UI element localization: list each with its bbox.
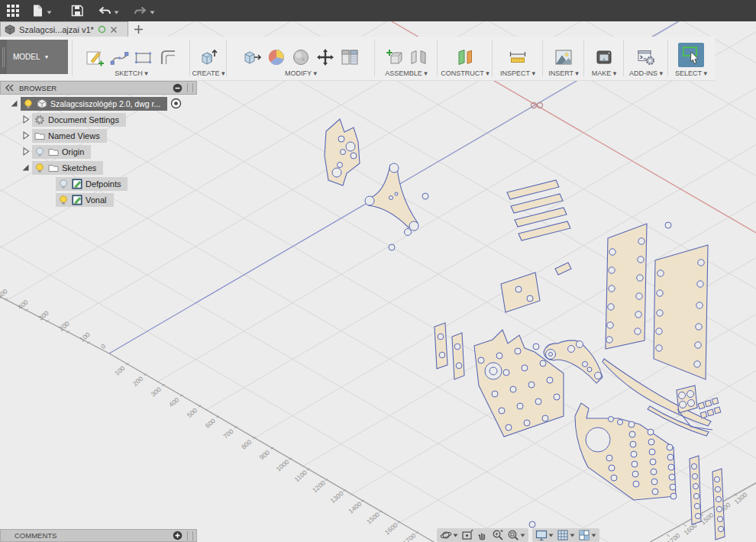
browser-item-label[interactable]: Defpoints [86,179,121,189]
collapse-panel-icon[interactable] [4,82,15,93]
workspace-selector[interactable]: MODEL ▼ [0,40,68,74]
toolbar-separator [667,40,668,76]
toolbar-group-label[interactable]: MAKE ▾ [585,69,623,77]
rectangle-icon[interactable] [134,47,153,67]
browser-item-label[interactable]: Szalagcsiszológép 2.0, dwg r... [50,99,160,108]
select-tool-icon[interactable] [678,43,704,67]
toolbar-group-label[interactable]: SELECT ▾ [669,69,713,77]
view-navigation-bar [437,528,599,542]
tree-expanded-icon[interactable] [9,98,19,108]
measure-icon[interactable] [508,47,528,67]
new-component-icon[interactable] [384,47,404,67]
zoom-icon[interactable] [492,529,504,541]
insert-image-icon[interactable] [554,47,573,67]
toolbar-group-label[interactable]: ASSEMBLE ▾ [376,69,437,77]
visibility-bulb-icon[interactable] [58,179,69,189]
toolbar-group-label[interactable]: CONSTRUCT ▾ [438,69,492,77]
create-sketch-icon[interactable] [85,47,105,67]
sketch-panel-1 [606,224,647,349]
browser-item-label[interactable]: Vonal [86,195,107,205]
toolbar-group-construct: CONSTRUCT ▾ [438,39,492,77]
shell-icon[interactable] [291,47,311,67]
toolbar-group-label[interactable]: ADD-INS ▾ [625,69,667,77]
tree-collapsed-icon[interactable] [21,131,31,140]
browser-item-label[interactable]: Sketches [62,163,96,173]
toolbar-group-assemble: ASSEMBLE ▾ [376,39,437,77]
redo-icon[interactable] [134,4,155,18]
chevron-down-icon: ▼ [44,54,50,60]
plus-circle-icon[interactable] [173,531,183,540]
comments-bar[interactable]: COMMENTS [0,529,197,542]
toolbar-grip [0,40,7,74]
browser-row-szalagcsiszol-g-p-2-0-dwg-r-[interactable]: Szalagcsiszológép 2.0, dwg r... [0,96,197,111]
close-icon[interactable] [110,26,118,34]
scripts-addins-icon[interactable] [636,47,656,67]
toolbar-group-label[interactable]: INSERT ▾ [544,69,583,77]
tree-collapsed-icon[interactable] [21,115,31,124]
construct-plane-icon[interactable] [455,47,475,67]
toolbar-group-create: CREATE ▾ [191,39,226,77]
toolbar-separator [623,40,624,76]
pan-icon[interactable] [477,529,489,541]
extrude-icon[interactable] [199,47,218,67]
fit-icon[interactable] [507,529,525,541]
display-icon[interactable] [535,529,554,541]
save-icon[interactable] [70,4,84,18]
visibility-bulb-icon[interactable] [34,147,45,157]
move-icon[interactable] [315,47,335,67]
unsaved-ring-icon [98,25,106,34]
browser-item-label[interactable]: Origin [62,147,84,156]
toolbar-group-label[interactable]: MODIFY ▾ [228,69,374,77]
toolbar-separator [189,40,190,76]
browser-item-label[interactable]: Document Settings [48,115,119,124]
minus-circle-icon[interactable] [173,83,183,93]
panel-resize-handle[interactable] [187,531,193,540]
joint-icon[interactable] [409,47,428,67]
viewports-icon[interactable] [578,529,596,541]
toolbar-group-insert: INSERT ▾ [544,39,583,77]
toolbar-group-select: SELECT ▾ [669,39,713,77]
nav-group [437,528,528,542]
sketchfile-icon [72,195,82,205]
grid-display-icon[interactable] [557,529,575,541]
orbit-icon[interactable] [440,529,458,541]
browser-item-label[interactable]: Named Views [48,131,100,140]
visibility-bulb-icon[interactable] [34,163,45,173]
panel-resize-handle[interactable] [187,83,193,92]
toolbar-separator [437,40,438,76]
toolbar-separator [542,40,543,76]
browser-row-sketches[interactable]: Sketches [0,160,197,175]
browser-row-defpoints[interactable]: Defpoints [0,176,197,191]
comments-label: COMMENTS [15,531,57,540]
undo-icon[interactable] [98,4,119,18]
spline-icon[interactable] [109,47,129,67]
press-pull-icon[interactable] [242,47,262,67]
document-tab[interactable]: Szalagcsi...ajzai v1* [0,21,128,37]
browser-row-document-settings[interactable]: Document Settings [0,112,197,127]
tree-expanded-icon[interactable] [21,163,31,173]
visibility-bulb-icon[interactable] [23,98,34,109]
browser-header[interactable]: BROWSER [0,81,197,95]
tree-collapsed-icon[interactable] [21,147,31,156]
visibility-bulb-icon[interactable] [58,195,69,205]
toolbar-separator [492,40,493,76]
browser-row-origin[interactable]: Origin [0,144,197,159]
toolbar-separator [226,40,227,76]
browser-row-vonal[interactable]: Vonal [0,192,197,207]
app-grid-icon[interactable] [6,4,20,18]
look-at-icon[interactable] [461,529,473,541]
workspace-label: MODEL [13,53,40,61]
toolbar-group-label[interactable]: CREATE ▾ [191,69,226,77]
new-tab-button[interactable] [132,23,144,35]
activate-target-icon[interactable] [170,98,182,109]
offset-icon[interactable] [158,47,178,67]
3d-print-icon[interactable] [594,47,614,67]
change-parameters-icon[interactable] [340,47,360,67]
toolbar-separator [374,40,375,76]
toolbar-group-label[interactable]: SKETCH ▾ [73,69,189,77]
file-menu-icon[interactable] [31,4,52,18]
fillet-icon[interactable] [267,47,286,67]
toolbar-group-label[interactable]: INSPECT ▾ [493,69,542,77]
title-bar [0,0,756,21]
browser-row-named-views[interactable]: Named Views [0,128,197,143]
